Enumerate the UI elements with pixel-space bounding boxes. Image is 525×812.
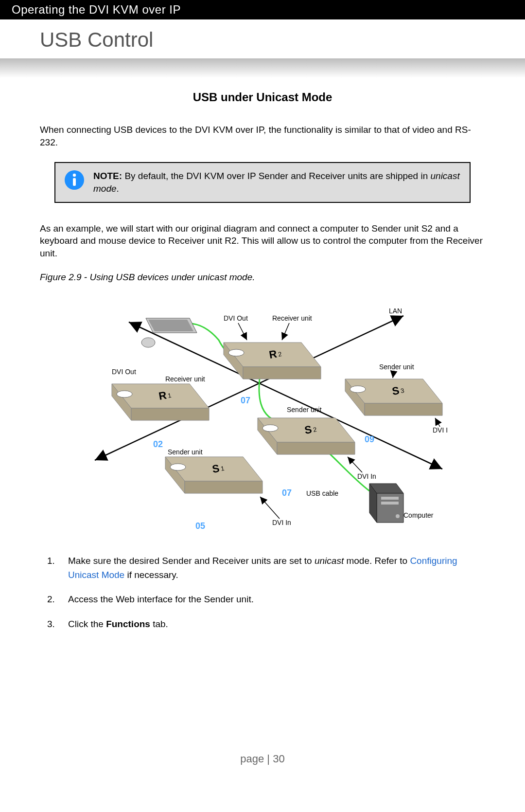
steps-list: Make sure the desired Sender and Receive… (40, 554, 485, 631)
svg-point-31 (350, 386, 366, 393)
gradient-divider (0, 58, 525, 78)
breadcrumb-bar: Operating the DVI KVM over IP (0, 0, 525, 19)
network-diagram: LAN R 2 (78, 296, 447, 535)
channel-r1: 02 (153, 439, 163, 449)
page: Operating the DVI KVM over IP USB Contro… (0, 0, 525, 812)
svg-point-17 (228, 349, 244, 356)
step-1-italic: unicast (315, 556, 344, 566)
step-1: Make sure the desired Sender and Receive… (57, 554, 485, 582)
r1-dvi-out-label: DVI Out (112, 368, 136, 376)
keyboard-icon (146, 318, 197, 333)
s2-dvi-in-label: DVI In (357, 472, 376, 480)
step-3-post: tab. (150, 619, 168, 629)
body-content: USB under Unicast Mode When connecting U… (0, 90, 525, 631)
svg-marker-22 (131, 408, 209, 420)
svg-line-32 (393, 371, 394, 378)
diagram-container: LAN R 2 (40, 296, 485, 535)
svg-point-25 (117, 391, 132, 397)
svg-point-11 (141, 338, 155, 347)
svg-line-18 (238, 323, 247, 340)
note-text: NOTE: By default, the DVI KVM over IP Se… (93, 170, 461, 195)
note-label: NOTE: (93, 171, 122, 181)
sender-s1-box: S 1 (165, 457, 262, 493)
svg-line-33 (435, 418, 440, 427)
s3-sender-label: Sender unit (379, 363, 414, 371)
step-3-bold: Functions (106, 619, 150, 629)
svg-marker-36 (277, 442, 355, 454)
page-footer: page | 30 (0, 753, 525, 765)
r2-dvi-out-label: DVI Out (224, 314, 248, 322)
svg-line-5 (95, 457, 102, 460)
computer-label: Computer (403, 511, 434, 519)
svg-line-47 (260, 497, 280, 519)
intro-paragraph: When connecting USB devices to the DVI K… (40, 124, 485, 148)
svg-line-8 (129, 322, 136, 325)
step-3: Click the Functions tab. (57, 617, 485, 632)
computer-icon (369, 484, 403, 523)
s1-dvi-in-label: DVI In (272, 519, 291, 526)
channel-s1: 05 (195, 521, 205, 531)
sender-s3-box: S 3 (345, 379, 442, 415)
breadcrumb-text: Operating the DVI KVM over IP (12, 3, 181, 16)
svg-line-40 (348, 457, 362, 472)
lan-label: LAN (389, 307, 402, 315)
r2-receiver-label: Receiver unit (272, 314, 312, 322)
channel-s3: 09 (365, 434, 374, 444)
s2-sender-label: Sender unit (287, 406, 322, 414)
figure-caption: Figure 2.9 - Using USB devices under uni… (40, 272, 485, 283)
step-1-mid: mode. Refer to (344, 556, 410, 566)
receiver-r1-box: R 1 (112, 384, 209, 420)
svg-rect-51 (381, 497, 399, 500)
step-1-post: if necessary. (124, 570, 178, 580)
step-1-pre: Make sure the desired Sender and Receive… (68, 556, 315, 566)
svg-rect-52 (381, 502, 399, 505)
svg-point-39 (262, 425, 278, 432)
info-icon (64, 170, 85, 192)
svg-rect-2 (73, 178, 76, 186)
note-box: NOTE: By default, the DVI KVM over IP Se… (54, 162, 471, 202)
svg-marker-10 (148, 320, 193, 331)
example-paragraph: As an example, we will start with our or… (40, 222, 485, 260)
s1-sender-label: Sender unit (168, 448, 203, 456)
channel-r2: 07 (241, 396, 250, 405)
mouse-icon (141, 338, 155, 347)
usb-cable-label: USB cable (306, 489, 338, 497)
svg-point-1 (73, 174, 76, 177)
step-2: Access the Web interface for the Sender … (57, 593, 485, 607)
note-body: By default, the DVI KVM over IP Sender a… (122, 171, 430, 181)
svg-marker-14 (243, 367, 321, 379)
r1-receiver-label: Receiver unit (165, 375, 205, 383)
svg-point-46 (170, 464, 186, 470)
sender-s2-box: S 2 (258, 418, 355, 454)
svg-line-19 (282, 323, 289, 340)
s3-dvi-in-label: DVI In (433, 426, 447, 434)
section-subheading: USB under Unicast Mode (40, 90, 485, 104)
note-tail: . (117, 183, 119, 194)
page-number: page | 30 (240, 753, 284, 765)
svg-point-53 (396, 514, 400, 518)
channel-s2: 07 (282, 488, 292, 498)
step-3-pre: Click the (68, 619, 106, 629)
page-title: USB Control (40, 28, 525, 52)
svg-marker-28 (365, 403, 442, 415)
svg-marker-43 (185, 481, 262, 493)
